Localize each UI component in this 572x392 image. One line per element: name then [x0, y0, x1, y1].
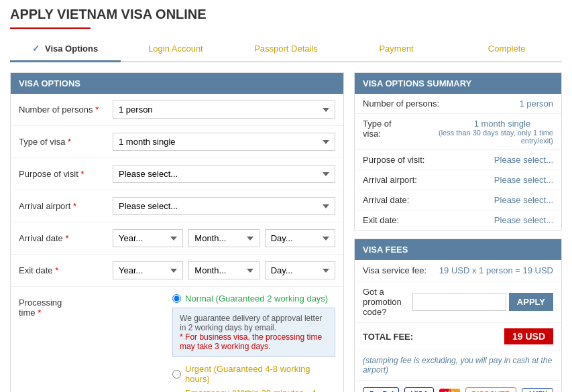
- step-visa-options[interactable]: ✓ Visa Options: [10, 37, 121, 62]
- check-icon: ✓: [32, 44, 40, 54]
- exit-month-select[interactable]: Month... 0102: [188, 261, 259, 279]
- step-payment[interactable]: Payment: [341, 37, 452, 61]
- promo-controls: APPLY: [412, 293, 553, 311]
- summary-visa-type-row: Type of visa: 1 month single (less than …: [355, 114, 561, 150]
- summary-header: VISA OPTIONS SUMMARY: [355, 73, 561, 94]
- page-title: APPLY VIETNAM VISA ONLINE: [10, 7, 562, 22]
- amex-icon: AMEX: [522, 388, 553, 393]
- visa-icon: VISA: [404, 387, 434, 392]
- visa-type-select[interactable]: 1 month single 1 month multiple 3 months…: [113, 133, 335, 151]
- arrival-date-row: Arrival date * Year... 20242025 Month...…: [11, 222, 343, 255]
- visa-type-label: Type of visa *: [19, 133, 113, 147]
- processing-time-row: Processing time * Normal (Guaranteed 2 w…: [11, 287, 343, 392]
- processing-label: Processing time *: [19, 293, 78, 318]
- persons-control: 1 person 2 persons 3 persons: [113, 101, 335, 119]
- summary-arrival-row: Arrival date: Please select...: [355, 190, 561, 210]
- paypal-icon: PayPal: [363, 387, 399, 392]
- arrival-day-select[interactable]: Day... 0102: [265, 229, 335, 247]
- summary-airport-row: Arrival airport: Please select...: [355, 170, 561, 190]
- airport-label: Arrival airport *: [19, 197, 113, 211]
- summary-persons-row: Number of persons: 1 person: [355, 94, 561, 114]
- airport-select[interactable]: Please select... Hanoi (Noi Bai) Ho Chi …: [113, 197, 335, 215]
- step-passport-details[interactable]: Passport Details: [231, 37, 341, 61]
- summary-purpose-row: Purpose of visit: Please select...: [355, 150, 561, 170]
- urgent-radio[interactable]: [172, 370, 181, 379]
- total-fee-value: 19 USD: [504, 328, 553, 344]
- arrival-date-control: Year... 20242025 Month... 010203 Day... …: [113, 229, 335, 247]
- service-fee-row: Visa service fee: 19 USD x 1 person = 19…: [355, 260, 561, 281]
- arrival-year-select[interactable]: Year... 20242025: [113, 229, 183, 247]
- form-header: VISA OPTIONS: [11, 73, 343, 94]
- persons-select[interactable]: 1 person 2 persons 3 persons: [113, 101, 335, 119]
- urgent-option: Urgent (Guaranteed 4-8 working hours): [172, 364, 335, 384]
- step-complete[interactable]: Complete: [451, 37, 562, 61]
- right-column: VISA OPTIONS SUMMARY Number of persons: …: [354, 72, 562, 392]
- persons-row: Number of persons * 1 person 2 persons 3…: [11, 94, 343, 126]
- purpose-label: Purpose of visit *: [19, 165, 113, 179]
- exit-date-label: Exit date *: [19, 261, 113, 275]
- fees-panel: VISA FEES Visa service fee: 19 USD x 1 p…: [354, 239, 562, 392]
- summary-exit-row: Exit date: Please select...: [355, 210, 561, 230]
- promo-input[interactable]: [412, 293, 506, 311]
- exit-year-select[interactable]: Year... 20242025: [113, 261, 183, 279]
- airport-row: Arrival airport * Please select... Hanoi…: [11, 190, 343, 222]
- guarantee-box: We guarantee delivery of approval letter…: [172, 308, 335, 357]
- payment-icons-row: PayPal VISA MC DISCOVER AMEX: [355, 381, 561, 392]
- normal-radio[interactable]: [172, 294, 181, 303]
- arrival-month-select[interactable]: Month... 010203: [188, 229, 259, 247]
- persons-label: Number of persons *: [19, 101, 113, 115]
- purpose-select[interactable]: Please select... Tourism Business: [113, 165, 335, 183]
- visa-type-control: 1 month single 1 month multiple 3 months…: [113, 133, 335, 151]
- fees-header: VISA FEES: [355, 239, 561, 260]
- title-underline: [10, 27, 91, 29]
- visa-options-form: VISA OPTIONS Number of persons * 1 perso…: [10, 72, 344, 392]
- mastercard-icon: MC: [439, 389, 461, 393]
- step-login-account[interactable]: Login Account: [121, 37, 231, 61]
- discover-icon: DISCOVER: [465, 387, 516, 392]
- visa-type-row: Type of visa * 1 month single 1 month mu…: [11, 126, 343, 158]
- total-fee-row: TOTAL FEE: 19 USD: [355, 323, 561, 350]
- exit-date-control: Year... 20242025 Month... 0102 Day... 01…: [113, 261, 335, 279]
- emergency-option: Emergency (Within 30 minutes - 4 working…: [172, 388, 335, 392]
- left-column: VISA OPTIONS Number of persons * 1 perso…: [10, 72, 344, 392]
- promo-row: Got a promotion code? APPLY: [355, 281, 561, 323]
- stamping-note: (stamping fee is excluding, you will pay…: [355, 350, 561, 381]
- processing-options: Normal (Guaranteed 2 working days) We gu…: [172, 293, 335, 392]
- exit-day-select[interactable]: Day... 0102: [265, 261, 335, 279]
- purpose-control: Please select... Tourism Business: [113, 165, 335, 183]
- summary-panel: VISA OPTIONS SUMMARY Number of persons: …: [354, 72, 562, 231]
- airport-control: Please select... Hanoi (Noi Bai) Ho Chi …: [113, 197, 335, 215]
- normal-option: Normal (Guaranteed 2 working days): [172, 293, 335, 304]
- steps-navigation: ✓ Visa Options Login Account Passport De…: [10, 37, 562, 62]
- apply-promo-button[interactable]: APPLY: [509, 293, 553, 311]
- purpose-row: Purpose of visit * Please select... Tour…: [11, 158, 343, 190]
- arrival-date-label: Arrival date *: [19, 229, 113, 243]
- exit-date-row: Exit date * Year... 20242025 Month... 01…: [11, 255, 343, 287]
